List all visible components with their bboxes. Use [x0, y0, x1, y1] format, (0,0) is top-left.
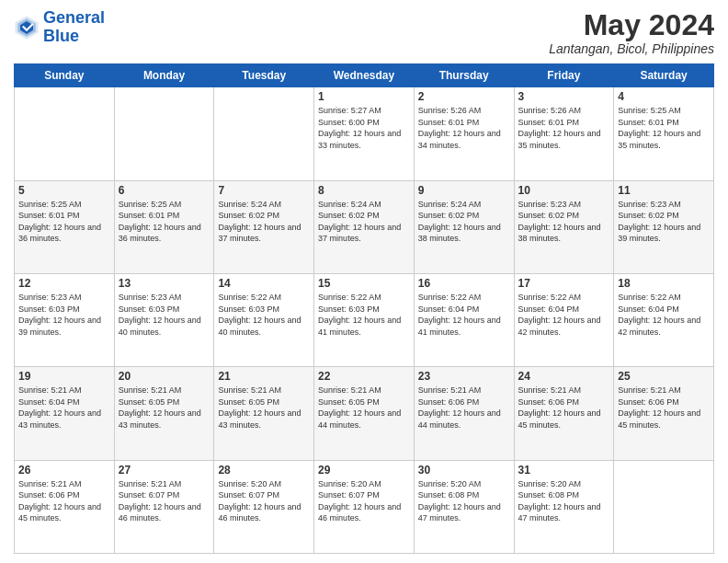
- calendar-cell: 28Sunrise: 5:20 AMSunset: 6:07 PMDayligh…: [214, 460, 314, 553]
- weekday-header-wednesday: Wednesday: [314, 64, 415, 87]
- calendar-table: SundayMondayTuesdayWednesdayThursdayFrid…: [14, 63, 714, 554]
- day-info: Sunrise: 5:23 AMSunset: 6:02 PMDaylight:…: [618, 199, 710, 245]
- day-info: Sunrise: 5:20 AMSunset: 6:07 PMDaylight:…: [218, 478, 310, 524]
- header: General Blue May 2024 Lantangan, Bicol, …: [14, 9, 714, 56]
- title-area: May 2024 Lantangan, Bicol, Philippines: [549, 9, 714, 56]
- weekday-header-monday: Monday: [114, 64, 214, 87]
- weekday-header-sunday: Sunday: [15, 64, 115, 87]
- day-number: 2: [418, 90, 510, 103]
- day-info: Sunrise: 5:25 AMSunset: 6:01 PMDaylight:…: [618, 105, 710, 151]
- day-info: Sunrise: 5:22 AMSunset: 6:03 PMDaylight:…: [218, 292, 310, 338]
- day-number: 28: [218, 464, 310, 477]
- day-number: 3: [518, 90, 610, 103]
- day-number: 4: [618, 90, 710, 103]
- calendar-cell: 1Sunrise: 5:27 AMSunset: 6:00 PMDaylight…: [314, 87, 415, 180]
- day-info: Sunrise: 5:23 AMSunset: 6:03 PMDaylight:…: [119, 292, 210, 338]
- calendar-cell: 14Sunrise: 5:22 AMSunset: 6:03 PMDayligh…: [214, 273, 314, 366]
- day-number: 27: [119, 464, 210, 477]
- calendar-cell: 25Sunrise: 5:21 AMSunset: 6:06 PMDayligh…: [614, 367, 714, 460]
- day-number: 12: [18, 277, 110, 290]
- day-info: Sunrise: 5:20 AMSunset: 6:08 PMDaylight:…: [418, 478, 510, 524]
- logo-blue: Blue: [43, 27, 79, 45]
- month-title: May 2024: [549, 9, 714, 41]
- day-number: 20: [119, 370, 210, 383]
- calendar-cell: 30Sunrise: 5:20 AMSunset: 6:08 PMDayligh…: [414, 460, 514, 553]
- weekday-header-saturday: Saturday: [614, 64, 714, 87]
- day-number: 21: [218, 370, 310, 383]
- day-info: Sunrise: 5:26 AMSunset: 6:01 PMDaylight:…: [518, 105, 610, 151]
- calendar-page: General Blue May 2024 Lantangan, Bicol, …: [0, 0, 728, 563]
- calendar-cell: 23Sunrise: 5:21 AMSunset: 6:06 PMDayligh…: [414, 367, 514, 460]
- day-number: 24: [518, 370, 610, 383]
- calendar-cell: 16Sunrise: 5:22 AMSunset: 6:04 PMDayligh…: [414, 273, 514, 366]
- calendar-cell: [114, 87, 214, 180]
- day-info: Sunrise: 5:25 AMSunset: 6:01 PMDaylight:…: [18, 199, 110, 245]
- day-number: 25: [618, 370, 710, 383]
- day-info: Sunrise: 5:22 AMSunset: 6:04 PMDaylight:…: [518, 292, 610, 338]
- day-number: 31: [518, 464, 610, 477]
- day-info: Sunrise: 5:24 AMSunset: 6:02 PMDaylight:…: [318, 199, 410, 245]
- day-number: 16: [418, 277, 510, 290]
- day-number: 6: [119, 184, 210, 197]
- day-info: Sunrise: 5:22 AMSunset: 6:03 PMDaylight:…: [318, 292, 410, 338]
- calendar-cell: 31Sunrise: 5:20 AMSunset: 6:08 PMDayligh…: [514, 460, 614, 553]
- calendar-week-1: 1Sunrise: 5:27 AMSunset: 6:00 PMDaylight…: [15, 87, 714, 180]
- calendar-cell: [214, 87, 314, 180]
- day-number: 17: [518, 277, 610, 290]
- weekday-header-thursday: Thursday: [414, 64, 514, 87]
- calendar-cell: 12Sunrise: 5:23 AMSunset: 6:03 PMDayligh…: [15, 273, 115, 366]
- calendar-week-2: 5Sunrise: 5:25 AMSunset: 6:01 PMDaylight…: [15, 180, 714, 273]
- logo: General Blue: [14, 9, 105, 46]
- day-info: Sunrise: 5:22 AMSunset: 6:04 PMDaylight:…: [418, 292, 510, 338]
- calendar-cell: 11Sunrise: 5:23 AMSunset: 6:02 PMDayligh…: [614, 180, 714, 273]
- day-number: 10: [518, 184, 610, 197]
- day-number: 14: [218, 277, 310, 290]
- day-number: 9: [418, 184, 510, 197]
- calendar-cell: 9Sunrise: 5:24 AMSunset: 6:02 PMDaylight…: [414, 180, 514, 273]
- calendar-cell: [614, 460, 714, 553]
- day-info: Sunrise: 5:21 AMSunset: 6:07 PMDaylight:…: [119, 478, 210, 524]
- day-info: Sunrise: 5:21 AMSunset: 6:06 PMDaylight:…: [18, 478, 110, 524]
- day-number: 1: [318, 90, 410, 103]
- calendar-cell: 2Sunrise: 5:26 AMSunset: 6:01 PMDaylight…: [414, 87, 514, 180]
- day-info: Sunrise: 5:21 AMSunset: 6:05 PMDaylight:…: [318, 385, 410, 431]
- day-number: 15: [318, 277, 410, 290]
- logo-general: General: [43, 8, 105, 27]
- calendar-cell: 5Sunrise: 5:25 AMSunset: 6:01 PMDaylight…: [15, 180, 115, 273]
- day-info: Sunrise: 5:21 AMSunset: 6:06 PMDaylight:…: [518, 385, 610, 431]
- day-info: Sunrise: 5:20 AMSunset: 6:08 PMDaylight:…: [518, 478, 610, 524]
- day-info: Sunrise: 5:25 AMSunset: 6:01 PMDaylight:…: [119, 199, 210, 245]
- day-info: Sunrise: 5:23 AMSunset: 6:02 PMDaylight:…: [518, 199, 610, 245]
- day-info: Sunrise: 5:21 AMSunset: 6:04 PMDaylight:…: [18, 385, 110, 431]
- day-number: 29: [318, 464, 410, 477]
- calendar-cell: 29Sunrise: 5:20 AMSunset: 6:07 PMDayligh…: [314, 460, 415, 553]
- weekday-header-friday: Friday: [514, 64, 614, 87]
- day-number: 18: [618, 277, 710, 290]
- day-number: 26: [18, 464, 110, 477]
- day-info: Sunrise: 5:22 AMSunset: 6:04 PMDaylight:…: [618, 292, 710, 338]
- logo-text: General Blue: [43, 9, 105, 46]
- calendar-cell: 21Sunrise: 5:21 AMSunset: 6:05 PMDayligh…: [214, 367, 314, 460]
- calendar-cell: 20Sunrise: 5:21 AMSunset: 6:05 PMDayligh…: [114, 367, 214, 460]
- day-info: Sunrise: 5:24 AMSunset: 6:02 PMDaylight:…: [418, 199, 510, 245]
- calendar-cell: [15, 87, 115, 180]
- calendar-cell: 26Sunrise: 5:21 AMSunset: 6:06 PMDayligh…: [15, 460, 115, 553]
- calendar-cell: 17Sunrise: 5:22 AMSunset: 6:04 PMDayligh…: [514, 273, 614, 366]
- day-number: 13: [119, 277, 210, 290]
- calendar-cell: 10Sunrise: 5:23 AMSunset: 6:02 PMDayligh…: [514, 180, 614, 273]
- day-number: 5: [18, 184, 110, 197]
- weekday-header-tuesday: Tuesday: [214, 64, 314, 87]
- day-number: 19: [18, 370, 110, 383]
- calendar-cell: 4Sunrise: 5:25 AMSunset: 6:01 PMDaylight…: [614, 87, 714, 180]
- day-number: 8: [318, 184, 410, 197]
- day-number: 23: [418, 370, 510, 383]
- day-info: Sunrise: 5:27 AMSunset: 6:00 PMDaylight:…: [318, 105, 410, 151]
- day-info: Sunrise: 5:21 AMSunset: 6:05 PMDaylight:…: [119, 385, 210, 431]
- day-number: 11: [618, 184, 710, 197]
- logo-icon: [14, 15, 40, 40]
- calendar-cell: 22Sunrise: 5:21 AMSunset: 6:05 PMDayligh…: [314, 367, 415, 460]
- calendar-cell: 7Sunrise: 5:24 AMSunset: 6:02 PMDaylight…: [214, 180, 314, 273]
- day-info: Sunrise: 5:21 AMSunset: 6:06 PMDaylight:…: [618, 385, 710, 431]
- calendar-cell: 19Sunrise: 5:21 AMSunset: 6:04 PMDayligh…: [15, 367, 115, 460]
- day-info: Sunrise: 5:26 AMSunset: 6:01 PMDaylight:…: [418, 105, 510, 151]
